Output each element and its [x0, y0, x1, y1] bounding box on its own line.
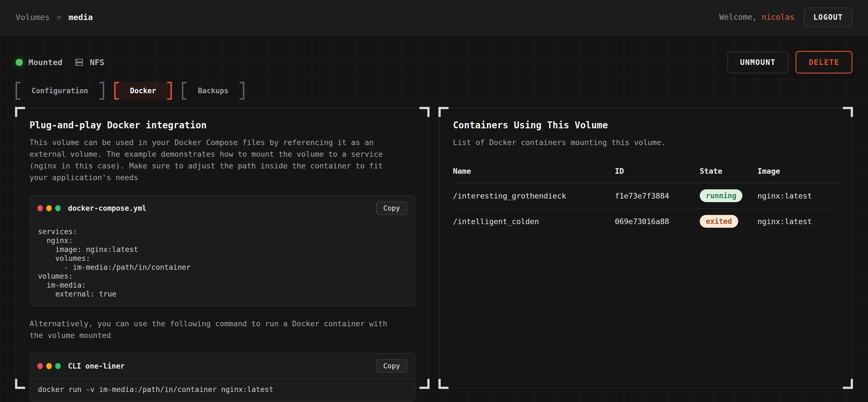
compose-code-block: docker-compose.yml Copy services: nginx:… [30, 195, 415, 306]
mounted-status-label: Mounted [28, 58, 62, 67]
nfs-type-label: NFS [90, 58, 104, 67]
cli-code-block: CLI one-liner Copy docker run -v im-medi… [30, 353, 415, 402]
corner-bracket-icon [438, 107, 448, 117]
tab-backups[interactable]: Backups [182, 82, 244, 100]
column-header-id: ID [615, 163, 700, 183]
corner-bracket-icon [420, 107, 430, 117]
container-id: f1e73e7f3884 [615, 183, 700, 208]
cli-alt-description: Alternatively, you can use the following… [30, 318, 395, 341]
tab-bar: Configuration Docker Backups [16, 82, 852, 100]
container-id: 069e73016a88 [615, 208, 700, 234]
mounted-status-dot [16, 59, 23, 66]
traffic-dot-green-icon [55, 205, 61, 211]
column-header-image: Image [757, 163, 838, 183]
bracket-right-icon [240, 82, 244, 100]
unmount-button[interactable]: UNMOUNT [727, 51, 788, 73]
traffic-dot-amber-icon [46, 363, 52, 369]
column-header-state: State [700, 163, 758, 183]
status-badge-exited: exited [700, 215, 738, 228]
corner-bracket-icon [15, 107, 25, 117]
cli-code-content: docker run -v im-media:/path/in/containe… [30, 379, 414, 401]
tab-docker-label: Docker [119, 82, 167, 100]
containers-panel-subtitle: List of Docker containers mounting this … [453, 137, 818, 148]
traffic-lights-icon [37, 205, 61, 211]
traffic-dot-red-icon [37, 205, 43, 211]
delete-button[interactable]: DELETE [796, 51, 852, 73]
server-stack-icon [74, 58, 84, 67]
breadcrumb-volumes-link[interactable]: Volumes [16, 12, 50, 22]
docker-panel-description: This volume can be used in your Docker C… [30, 137, 395, 183]
containers-panel-title: Containers Using This Volume [453, 120, 838, 131]
bracket-right-icon [167, 82, 172, 100]
compose-code-content: services: nginx: image: nginx:latest vol… [30, 221, 414, 306]
containers-panel: Containers Using This Volume List of Doc… [439, 107, 852, 388]
bracket-left-icon [114, 82, 119, 100]
corner-bracket-icon [843, 107, 853, 117]
container-name: /intelligent_colden [453, 208, 615, 234]
status-row: Mounted NFS UNMOUNT DELETE [16, 35, 852, 73]
table-row: /intelligent_colden 069e73016a88 exited … [453, 208, 838, 234]
docker-panel-title: Plug-and-play Docker integration [30, 120, 415, 131]
traffic-dot-amber-icon [46, 205, 52, 211]
welcome-text: Welcome, nicolas [719, 12, 795, 22]
bracket-left-icon [16, 82, 20, 100]
top-bar: Volumes > media Welcome, nicolas LOGOUT [0, 0, 868, 35]
copy-compose-button[interactable]: Copy [376, 201, 407, 215]
username: nicolas [762, 12, 795, 22]
tab-configuration-label: Configuration [20, 82, 99, 100]
docker-integration-panel: Plug-and-play Docker integration This vo… [16, 107, 429, 388]
tab-docker[interactable]: Docker [114, 82, 172, 100]
traffic-lights-icon [37, 363, 61, 369]
tab-backups-label: Backups [187, 82, 240, 100]
container-name: /interesting_grothendieck [453, 183, 615, 208]
container-image: nginx:latest [757, 183, 838, 208]
corner-bracket-icon [420, 379, 430, 389]
copy-cli-button[interactable]: Copy [376, 359, 407, 373]
table-row: /interesting_grothendieck f1e73e7f3884 r… [453, 183, 838, 208]
corner-bracket-icon [15, 379, 25, 389]
logout-button[interactable]: LOGOUT [804, 7, 852, 27]
breadcrumb-separator: > [57, 13, 61, 22]
traffic-dot-green-icon [55, 363, 61, 369]
column-header-name: Name [453, 163, 615, 183]
main-content: Mounted NFS UNMOUNT DELETE Configuration [0, 35, 868, 402]
welcome-prefix: Welcome, [719, 12, 762, 22]
breadcrumb: Volumes > media [16, 12, 93, 22]
traffic-dot-red-icon [37, 363, 43, 369]
containers-table: Name ID State Image /interesting_grothen… [453, 163, 838, 234]
status-badge-running: running [700, 189, 743, 202]
bracket-left-icon [182, 82, 187, 100]
corner-bracket-icon [438, 379, 448, 389]
corner-bracket-icon [843, 379, 853, 389]
cli-filename: CLI one-liner [68, 362, 125, 370]
compose-filename: docker-compose.yml [68, 204, 147, 212]
bracket-right-icon [99, 82, 104, 100]
tab-configuration[interactable]: Configuration [16, 82, 104, 100]
container-image: nginx:latest [757, 208, 838, 234]
breadcrumb-current-volume: media [68, 12, 93, 22]
